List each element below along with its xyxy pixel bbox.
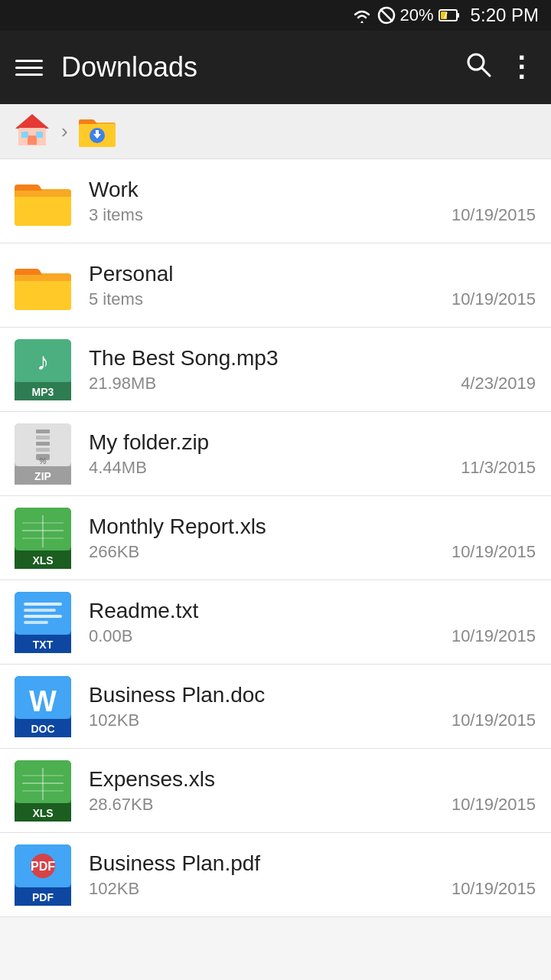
svg-rect-17: [36, 132, 43, 138]
search-button[interactable]: [465, 51, 492, 84]
app-bar: Downloads ⋮: [0, 31, 551, 104]
svg-rect-37: [36, 436, 50, 439]
file-list: Work3 items10/19/2015 Personal5 items10/…: [0, 159, 551, 917]
file-size: 28.67KB: [89, 795, 153, 815]
status-bar: 20% 5:20 PM: [0, 0, 551, 31]
file-name: Expenses.xls: [89, 767, 539, 792]
folder-icon: [12, 171, 73, 232]
svg-rect-3: [457, 13, 459, 18]
file-date: 11/3/2015: [461, 458, 539, 478]
file-date: 10/19/2015: [452, 542, 539, 562]
file-item[interactable]: ♪ MP3 The Best Song.mp321.98MB4/23/2019: [0, 328, 551, 412]
file-date: 4/23/2019: [461, 374, 539, 394]
more-options-button[interactable]: ⋮: [507, 51, 536, 83]
svg-text:♪: ♪: [37, 348, 49, 375]
file-meta: 28.67KB10/19/2015: [89, 795, 539, 815]
svg-text:PDF: PDF: [31, 860, 55, 873]
battery-icon: [439, 8, 460, 22]
file-size: 0.00B: [89, 626, 133, 646]
svg-rect-55: [24, 609, 56, 612]
no-signal-icon: [377, 6, 396, 24]
file-icon-xls: XLS: [12, 508, 73, 569]
svg-rect-15: [28, 136, 37, 145]
breadcrumb-current-folder[interactable]: [77, 110, 117, 153]
file-date: 10/19/2015: [452, 289, 539, 309]
svg-rect-36: [36, 430, 50, 433]
svg-text:PDF: PDF: [32, 891, 54, 903]
file-info: Business Plan.doc102KB10/19/2015: [89, 683, 539, 730]
file-meta: 0.00B10/19/2015: [89, 626, 539, 646]
svg-rect-39: [36, 448, 50, 452]
svg-line-1: [380, 9, 393, 21]
file-size: 266KB: [89, 542, 139, 562]
file-meta: 5 items10/19/2015: [89, 289, 539, 309]
file-name: Business Plan.doc: [89, 683, 539, 707]
file-date: 10/19/2015: [452, 795, 539, 815]
pdf-icon: PDF PDF: [15, 844, 71, 906]
file-item[interactable]: PDF PDF Business Plan.pdf102KB10/19/2015: [0, 833, 551, 917]
svg-rect-16: [21, 132, 28, 138]
file-info: Business Plan.pdf102KB10/19/2015: [89, 851, 539, 899]
xls-icon: XLS: [15, 508, 71, 569]
file-item[interactable]: TXT Readme.txt0.00B10/19/2015: [0, 580, 551, 665]
file-item[interactable]: XLS Expenses.xls28.67KB10/19/2015: [0, 749, 551, 833]
file-name: Work: [89, 178, 539, 202]
file-item[interactable]: % ZIP My folder.zip4.44MB11/3/2015: [0, 412, 551, 496]
file-item[interactable]: Personal5 items10/19/2015: [0, 243, 551, 328]
file-meta: 4.44MB11/3/2015: [89, 458, 539, 478]
svg-rect-25: [15, 191, 71, 197]
file-meta: 102KB10/19/2015: [89, 710, 539, 730]
file-icon-mp3: ♪ MP3: [12, 339, 73, 400]
file-name: Business Plan.pdf: [89, 851, 539, 876]
file-size: 21.98MB: [89, 374, 156, 394]
breadcrumb-home[interactable]: [12, 110, 52, 153]
file-icon-doc: W DOC: [12, 676, 73, 737]
svg-text:XLS: XLS: [32, 807, 53, 819]
file-name: The Best Song.mp3: [89, 346, 539, 371]
file-name: Monthly Report.xls: [89, 514, 539, 539]
file-size: 5 items: [89, 289, 143, 309]
svg-text:TXT: TXT: [33, 639, 54, 651]
file-size: 4.44MB: [89, 458, 147, 478]
file-info: My folder.zip4.44MB11/3/2015: [89, 430, 539, 478]
xls-icon: XLS: [15, 760, 71, 822]
svg-text:DOC: DOC: [31, 723, 54, 735]
search-icon: [465, 51, 492, 78]
mp3-icon: ♪ MP3: [15, 339, 71, 400]
svg-text:W: W: [29, 685, 57, 717]
breadcrumb[interactable]: ›: [0, 104, 551, 159]
file-item[interactable]: XLS Monthly Report.xls266KB10/19/2015: [0, 496, 551, 580]
file-date: 10/19/2015: [452, 879, 539, 899]
file-size: 102KB: [89, 879, 139, 899]
file-meta: 21.98MB4/23/2019: [89, 374, 539, 394]
file-meta: 102KB10/19/2015: [89, 879, 539, 899]
svg-rect-53: [15, 592, 71, 635]
file-icon-zip: % ZIP: [12, 423, 73, 485]
svg-line-7: [481, 67, 490, 76]
file-icon-txt: TXT: [12, 592, 73, 653]
file-info: Work3 items10/19/2015: [89, 178, 539, 225]
status-time: 5:20 PM: [471, 5, 539, 26]
file-info: Personal5 items10/19/2015: [89, 262, 539, 309]
status-icons: 20% 5:20 PM: [351, 5, 539, 26]
zip-icon: % ZIP: [15, 423, 71, 485]
file-date: 10/19/2015: [452, 205, 539, 225]
svg-rect-24: [15, 192, 71, 226]
downloads-folder-icon: [77, 110, 117, 150]
file-name: Readme.txt: [89, 599, 539, 623]
file-icon-folder: [12, 171, 73, 232]
folder-icon: [12, 255, 73, 316]
file-info: Monthly Report.xls266KB10/19/2015: [89, 514, 539, 562]
wifi-icon: [351, 7, 373, 24]
file-item[interactable]: W DOC Business Plan.doc102KB10/19/2015: [0, 665, 551, 749]
svg-rect-56: [24, 615, 62, 618]
file-info: The Best Song.mp321.98MB4/23/2019: [89, 346, 539, 394]
menu-button[interactable]: [15, 60, 43, 76]
home-icon: [12, 110, 52, 150]
svg-text:MP3: MP3: [32, 386, 54, 398]
file-date: 10/19/2015: [452, 710, 539, 730]
svg-rect-28: [15, 275, 71, 281]
battery-text: 20%: [400, 5, 434, 25]
file-icon-pdf: PDF PDF: [12, 844, 73, 906]
file-item[interactable]: Work3 items10/19/2015: [0, 159, 551, 243]
